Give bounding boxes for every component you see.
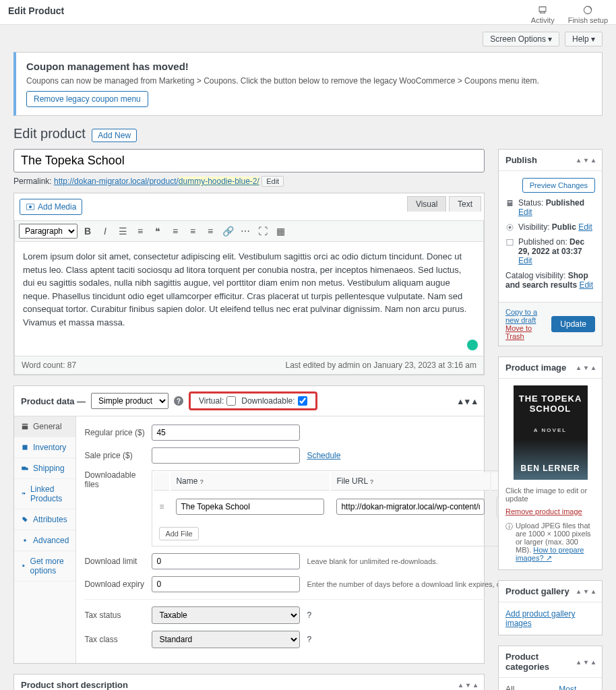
cat-tab-most-used[interactable]: Most Used xyxy=(559,685,595,690)
virtual-checkbox-label[interactable]: Virtual: xyxy=(199,396,236,406)
tax-status-label: Tax status xyxy=(84,610,145,620)
remove-product-image-link[interactable]: Remove product image xyxy=(505,507,582,515)
align-right-icon[interactable]: ≡ xyxy=(203,224,218,239)
add-media-button[interactable]: Add Media xyxy=(20,199,82,215)
bullet-list-icon[interactable]: ☰ xyxy=(115,224,130,239)
svg-rect-6 xyxy=(507,240,513,245)
sale-price-input[interactable] xyxy=(152,447,300,464)
last-edited: Last edited by admin on January 23, 2023… xyxy=(285,360,476,370)
panel-down-icon[interactable]: ▾ xyxy=(584,364,588,371)
quote-icon[interactable]: ❝ xyxy=(150,224,165,239)
panel-toggle-icon[interactable]: ▴ xyxy=(592,658,595,666)
drag-handle-icon[interactable]: ≡ xyxy=(154,492,169,522)
numbered-list-icon[interactable]: ≡ xyxy=(133,224,148,239)
visual-tab[interactable]: Visual xyxy=(407,196,446,212)
tab-get-more-options[interactable]: Get more options xyxy=(14,551,75,582)
cat-tab-all[interactable]: All categories xyxy=(505,685,551,690)
sale-price-label: Sale price ($) xyxy=(84,451,145,460)
product-image-title: Product image xyxy=(505,363,566,373)
permalink-row: Permalink: http://dokan-migrator.local/p… xyxy=(13,177,485,186)
regular-price-label: Regular price ($) xyxy=(84,428,145,437)
download-limit-input[interactable] xyxy=(152,553,300,569)
tab-advanced[interactable]: Advanced xyxy=(14,530,75,551)
align-left-icon[interactable]: ≡ xyxy=(168,224,183,239)
panel-down-icon[interactable]: ▾ xyxy=(584,156,588,164)
panel-down-icon[interactable]: ▾ xyxy=(466,681,470,689)
short-desc-title: Product short description xyxy=(21,680,128,690)
help-button[interactable]: Help ▾ xyxy=(565,32,603,46)
panel-toggle-icon[interactable]: ▴ xyxy=(592,156,595,164)
add-file-button[interactable]: Add File xyxy=(159,527,198,540)
product-title-input[interactable] xyxy=(13,149,485,172)
move-to-trash-link[interactable]: Move to Trash xyxy=(505,324,551,340)
text-tab[interactable]: Text xyxy=(449,196,481,212)
panel-toggle-icon[interactable]: ▴ xyxy=(592,588,595,595)
svg-point-1 xyxy=(29,206,32,208)
add-new-button[interactable]: Add New xyxy=(92,129,137,142)
tab-linked-products[interactable]: Linked Products xyxy=(14,479,75,509)
finish-setup-button[interactable]: Finish setup xyxy=(568,5,608,24)
panel-up-icon[interactable]: ▴ xyxy=(577,658,580,666)
panel-up-icon[interactable]: ▴ xyxy=(459,681,462,689)
edit-visibility-link[interactable]: Edit xyxy=(578,222,592,232)
paragraph-select[interactable]: Paragraph xyxy=(19,224,78,239)
tax-status-select[interactable]: Taxable xyxy=(152,606,300,624)
schedule-link[interactable]: Schedule xyxy=(307,451,340,460)
panel-toggle-icon[interactable]: ▴ xyxy=(472,396,477,406)
help-icon[interactable]: ? xyxy=(307,635,311,644)
add-gallery-images-link[interactable]: Add product gallery images xyxy=(505,609,575,628)
copy-draft-link[interactable]: Copy to a new draft xyxy=(505,308,551,324)
help-icon[interactable]: ? xyxy=(370,478,373,485)
download-url-input[interactable] xyxy=(336,499,485,515)
page-heading: Edit product xyxy=(13,126,86,142)
product-type-select[interactable]: Simple product xyxy=(91,393,168,409)
tab-attributes[interactable]: Attributes xyxy=(14,509,75,530)
tax-class-select[interactable]: Standard xyxy=(152,631,300,648)
activity-button[interactable]: Activity xyxy=(531,5,555,24)
panel-up-icon[interactable]: ▴ xyxy=(577,588,580,595)
screen-options-button[interactable]: Screen Options ▾ xyxy=(483,32,559,46)
download-name-input[interactable] xyxy=(176,499,324,515)
panel-toggle-icon[interactable]: ▴ xyxy=(474,681,477,689)
link-icon[interactable]: 🔗 xyxy=(220,224,235,239)
panel-up-icon[interactable]: ▴ xyxy=(577,156,580,164)
help-icon[interactable]: ? xyxy=(200,478,204,485)
tab-shipping[interactable]: Shipping xyxy=(14,458,75,479)
grammarly-icon[interactable] xyxy=(467,340,478,350)
bold-icon[interactable]: B xyxy=(80,224,95,239)
downloadable-checkbox[interactable] xyxy=(298,396,307,406)
coupon-notice: Coupon management has moved! Coupons can… xyxy=(13,52,603,116)
edit-date-link[interactable]: Edit xyxy=(518,256,532,265)
panel-up-icon[interactable]: ▴ xyxy=(458,396,463,406)
align-center-icon[interactable]: ≡ xyxy=(185,224,200,239)
help-icon[interactable]: ? xyxy=(307,610,311,620)
more-icon[interactable]: ⋯ xyxy=(238,224,253,239)
fullscreen-icon[interactable]: ⛶ xyxy=(255,224,270,239)
edit-status-link[interactable]: Edit xyxy=(518,208,532,217)
word-count: Word count: 87 xyxy=(22,360,76,370)
preview-changes-button[interactable]: Preview Changes xyxy=(522,178,595,193)
image-upload-hint: ⓘ Upload JPEG files that are 1000 × 1000… xyxy=(505,522,595,563)
remove-coupon-menu-button[interactable]: Remove legacy coupon menu xyxy=(26,91,148,107)
virtual-checkbox[interactable] xyxy=(226,396,236,406)
help-icon[interactable]: ? xyxy=(174,396,183,406)
downloadable-checkbox-label[interactable]: Downloadable: xyxy=(241,396,307,406)
regular-price-input[interactable] xyxy=(152,425,300,441)
italic-icon[interactable]: I xyxy=(98,224,113,239)
download-expiry-input[interactable] xyxy=(152,576,300,592)
tax-class-label: Tax class xyxy=(84,635,145,644)
update-button[interactable]: Update xyxy=(551,316,595,332)
panel-down-icon[interactable]: ▾ xyxy=(465,396,470,406)
tab-inventory[interactable]: Inventory xyxy=(14,437,75,458)
panel-toggle-icon[interactable]: ▴ xyxy=(592,364,595,371)
permalink-link[interactable]: http://dokan-migrator.local/product/dumm… xyxy=(54,177,259,186)
toolbar-toggle-icon[interactable]: ▦ xyxy=(273,224,288,239)
panel-down-icon[interactable]: ▾ xyxy=(584,658,588,666)
editor-content[interactable]: Lorem ipsum dolor sit amet, consectetur … xyxy=(14,242,484,356)
panel-down-icon[interactable]: ▾ xyxy=(584,588,588,595)
edit-catalog-link[interactable]: Edit xyxy=(579,280,593,290)
product-image-thumbnail[interactable]: THE TOPEKA SCHOOL A NOVEL BEN LERNER xyxy=(514,385,588,480)
permalink-edit-button[interactable]: Edit xyxy=(261,176,284,187)
panel-up-icon[interactable]: ▴ xyxy=(577,364,580,371)
tab-general[interactable]: General xyxy=(14,416,75,437)
